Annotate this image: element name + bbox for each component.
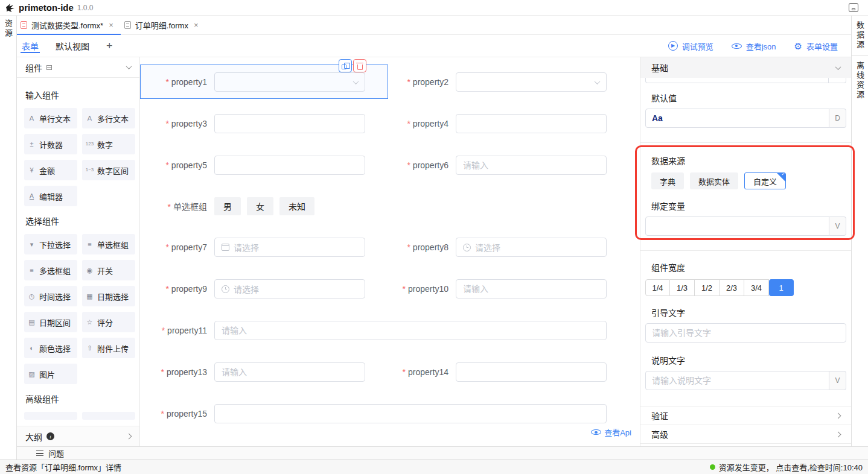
property15-input[interactable]	[214, 404, 607, 423]
property13-input[interactable]	[214, 362, 365, 382]
form-field-property3[interactable]: *property3	[148, 114, 389, 133]
status-change-notice[interactable]: 资源发生变更， 点击查看,检查时间:10:40	[710, 461, 863, 473]
components-panel-body: 输入组件 A 单行文本 A 多行文本 ± 计数器 123 数字	[17, 78, 139, 426]
form-field-property10[interactable]: *property10	[389, 279, 631, 299]
guide-text-input[interactable]	[645, 323, 846, 343]
required-asterisk: *	[407, 160, 410, 170]
component-item-partial[interactable]	[82, 412, 135, 420]
gear-icon: ⚙	[794, 42, 802, 51]
property14-input[interactable]	[456, 362, 607, 382]
property11-input[interactable]	[214, 321, 607, 340]
help-text-type-button[interactable]: V	[829, 371, 846, 390]
tab-test-data-type[interactable]: 测试数据类型.formx* ×	[17, 16, 121, 34]
data-source-option-custom[interactable]: 自定义 ✓	[744, 172, 786, 189]
default-value-type-button[interactable]: D	[829, 109, 846, 128]
status-left-text[interactable]: 查看资源「订单明细.formx」详情	[5, 461, 121, 473]
property10-input[interactable]	[456, 279, 607, 299]
radio-option-female[interactable]: 女	[247, 197, 273, 215]
form-canvas[interactable]: *property1 *property2 *property3 *proper…	[140, 57, 640, 446]
help-text-input[interactable]	[645, 371, 829, 390]
form-field-property9[interactable]: *property9 请选择	[148, 279, 389, 299]
bind-variable-input[interactable]	[645, 216, 829, 236]
view-json-button[interactable]: 查看json	[732, 40, 776, 52]
component-item-switch[interactable]: ◉ 开关	[82, 260, 135, 280]
data-source-option-dictionary[interactable]: 字典	[651, 172, 684, 189]
tab-form[interactable]: 表单	[21, 35, 40, 57]
rail-tab-offline-resources[interactable]: 离线资源	[852, 55, 868, 106]
section-advanced[interactable]: 高级	[640, 425, 851, 443]
width-option-3-4[interactable]: 3/4	[744, 279, 769, 296]
form-field-property7[interactable]: *property7 请选择	[148, 238, 389, 257]
property4-input[interactable]	[456, 114, 607, 133]
property1-select[interactable]	[214, 72, 365, 92]
form-field-property13[interactable]: *property13	[148, 362, 389, 382]
property9-timepicker[interactable]: 请选择	[214, 279, 365, 299]
form-field-property11[interactable]: *property11	[148, 321, 607, 340]
problems-bar[interactable]: 问题	[17, 446, 868, 460]
debug-preview-button[interactable]: ▶ 调试预览	[668, 40, 713, 52]
width-option-1-2[interactable]: 1/2	[695, 279, 720, 296]
component-item-rating[interactable]: ☆ 评分	[82, 312, 135, 332]
property3-input[interactable]	[214, 114, 365, 133]
radio-option-male[interactable]: 男	[214, 197, 241, 215]
panel-layout-icon[interactable]	[849, 3, 858, 12]
component-item-counter[interactable]: ± 计数器	[24, 134, 77, 154]
close-icon[interactable]: ×	[194, 21, 199, 30]
outline-toggle[interactable]: 大纲 i	[17, 426, 139, 446]
component-item-attachment-upload[interactable]: ⇧ 附件上传	[82, 338, 135, 358]
rail-tab-resources[interactable]: 资源	[2, 19, 14, 39]
section-basic-header[interactable]: 基础	[640, 57, 851, 78]
component-item-image[interactable]: ▨ 图片	[24, 364, 77, 384]
form-field-property5[interactable]: *property5	[148, 156, 389, 175]
component-item-single-line-text[interactable]: A 单行文本	[24, 108, 77, 128]
component-item-time-picker[interactable]: ◷ 时间选择	[24, 286, 77, 306]
property7-datepicker[interactable]: 请选择	[214, 238, 365, 257]
component-item-color-picker[interactable]: ◐ 颜色选择	[24, 338, 77, 358]
section-validation[interactable]: 验证	[640, 406, 851, 425]
form-field-radio-group[interactable]: *单选框组 男 女 未知	[148, 197, 389, 215]
close-icon[interactable]: ×	[109, 21, 113, 30]
tab-default-view[interactable]: 默认视图	[54, 35, 91, 57]
default-value-input[interactable]	[645, 109, 829, 128]
add-view-button[interactable]: +	[105, 35, 114, 57]
component-item-editor[interactable]: A 编辑器	[24, 186, 77, 206]
form-field-property15[interactable]: *property15	[148, 404, 607, 423]
property6-input[interactable]	[456, 156, 607, 175]
radio-option-unknown[interactable]: 未知	[279, 197, 314, 215]
data-source-option-entity[interactable]: 数据实体	[690, 172, 738, 189]
tab-label: 订单明细.formx	[135, 19, 188, 31]
component-item-number-range[interactable]: 1~3 数字区间	[82, 160, 135, 180]
bind-variable-type-button[interactable]: V	[829, 216, 846, 236]
width-option-full[interactable]: 1	[769, 279, 794, 296]
form-field-property14[interactable]: *property14	[389, 362, 631, 382]
component-item-radio-group[interactable]: ≡ 单选框组	[82, 234, 135, 254]
copy-button[interactable]	[339, 59, 352, 72]
component-item-date-picker[interactable]: ▦ 日期选择	[82, 286, 135, 306]
width-option-2-3[interactable]: 2/3	[720, 279, 744, 296]
view-api-link[interactable]: 查看Api	[591, 426, 631, 438]
component-item-dropdown-select[interactable]: ▾ 下拉选择	[24, 234, 77, 254]
component-item-amount[interactable]: ¥ 金额	[24, 160, 77, 180]
width-option-1-3[interactable]: 1/3	[670, 279, 695, 296]
rail-tab-data-source[interactable]: 数据源	[852, 16, 868, 55]
tab-order-detail[interactable]: 订单明细.formx ×	[121, 16, 206, 34]
component-item-partial[interactable]	[24, 412, 77, 420]
property8-timepicker[interactable]: 请选择	[456, 238, 607, 257]
property2-select[interactable]	[456, 72, 607, 92]
component-item-date-range[interactable]: ▤ 日期区间	[24, 312, 77, 332]
property5-input[interactable]	[214, 156, 365, 175]
components-panel-header[interactable]: 组件	[17, 57, 139, 78]
component-item-number[interactable]: 123 数字	[82, 134, 135, 154]
component-item-multi-line-text[interactable]: A 多行文本	[82, 108, 135, 128]
form-settings-button[interactable]: ⚙ 表单设置	[794, 40, 838, 52]
form-field-property6[interactable]: *property6	[389, 156, 631, 175]
chevron-right-icon	[835, 412, 841, 419]
component-item-checkbox-group[interactable]: ≡ 多选框组	[24, 260, 77, 280]
form-field-property4[interactable]: *property4	[389, 114, 631, 133]
width-option-1-4[interactable]: 1/4	[645, 279, 670, 296]
form-field-property8[interactable]: *property8 请选择	[389, 238, 631, 257]
form-field-property1[interactable]: *property1	[148, 72, 389, 92]
form-field-property2[interactable]: *property2	[389, 72, 631, 92]
chevron-down-icon[interactable]	[126, 63, 132, 69]
delete-button[interactable]	[353, 59, 366, 72]
